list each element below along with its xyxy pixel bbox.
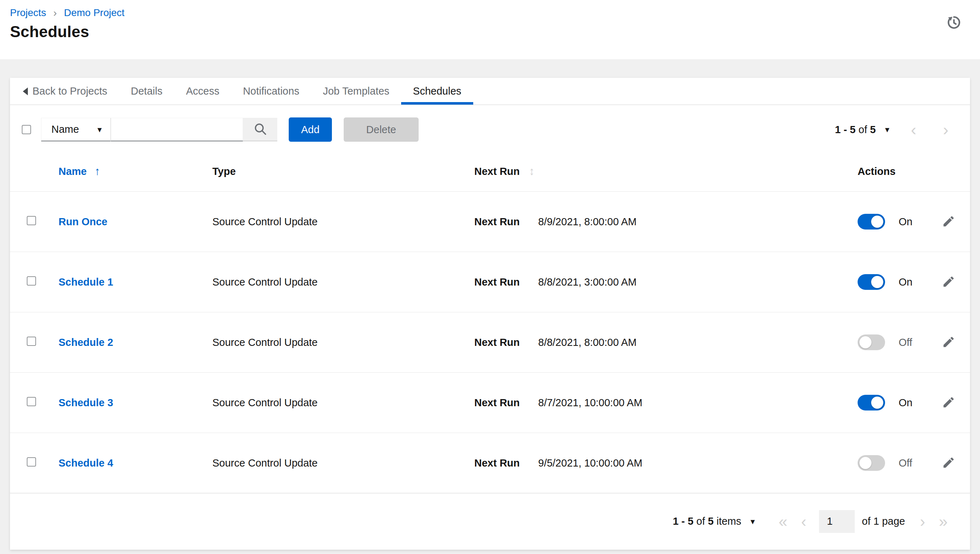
- column-header-actions: Actions: [858, 166, 970, 177]
- next-run-label: Next Run: [474, 457, 538, 469]
- edit-schedule-button[interactable]: [942, 335, 955, 350]
- search-button[interactable]: [243, 118, 277, 142]
- column-header-type: Type: [212, 166, 474, 177]
- row-checkbox[interactable]: [27, 457, 36, 466]
- row-checkbox[interactable]: [27, 276, 36, 286]
- toggle-knob: [871, 276, 883, 288]
- history-icon: [946, 26, 962, 32]
- column-header-name[interactable]: Name ↑: [59, 165, 212, 178]
- next-run-label: Next Run: [474, 216, 538, 228]
- pencil-icon: [942, 395, 955, 410]
- next-page-button[interactable]: ›: [912, 514, 933, 529]
- enabled-toggle[interactable]: [858, 274, 885, 290]
- delete-button[interactable]: Delete: [344, 118, 418, 142]
- last-page-button[interactable]: »: [933, 514, 954, 529]
- items-per-page-toggle[interactable]: 1 - 5 of 5 items ▾: [673, 516, 755, 527]
- toggle-state-label: Off: [899, 337, 927, 349]
- chevron-down-icon[interactable]: ▾: [885, 125, 889, 134]
- edit-schedule-button[interactable]: [942, 456, 955, 470]
- edit-schedule-button[interactable]: [942, 275, 955, 290]
- table-row: Schedule 2 Source Control Update Next Ru…: [10, 312, 970, 372]
- table-row: Schedule 3 Source Control Update Next Ru…: [10, 372, 970, 433]
- pagination-range-toggle[interactable]: 1 - 5 of 5: [835, 124, 875, 135]
- top-pagination: 1 - 5 of 5 ▾ ‹ ›: [835, 121, 954, 138]
- column-header-next-run[interactable]: Next Run ↕: [474, 165, 538, 178]
- enabled-toggle[interactable]: [858, 334, 885, 350]
- page-navigation: « ‹ of 1 page › »: [773, 510, 954, 533]
- enabled-toggle[interactable]: [858, 455, 885, 471]
- table-row: Schedule 1 Source Control Update Next Ru…: [10, 252, 970, 312]
- edit-schedule-button[interactable]: [942, 395, 955, 410]
- back-arrow-icon: [23, 88, 28, 95]
- tab-details[interactable]: Details: [119, 78, 175, 105]
- toggle-knob: [859, 457, 872, 469]
- breadcrumb-link-projects[interactable]: Projects: [10, 7, 46, 19]
- select-all-checkbox[interactable]: [22, 125, 31, 134]
- schedule-type: Source Control Update: [212, 457, 474, 469]
- breadcrumb: Projects › Demo Project: [10, 7, 980, 19]
- list-toolbar: Name ▾ Add Delete 1 - 5 of 5 ▾ ‹ ›: [10, 105, 970, 151]
- tab-notifications[interactable]: Notifications: [231, 78, 311, 105]
- search-input[interactable]: [111, 118, 243, 142]
- current-page-input[interactable]: [819, 510, 855, 533]
- toggle-knob: [859, 336, 872, 349]
- pencil-icon: [942, 215, 955, 229]
- add-button[interactable]: Add: [289, 118, 332, 142]
- row-checkbox[interactable]: [27, 337, 36, 346]
- next-run-value: 8/7/2021, 10:00:00 AM: [538, 397, 858, 409]
- pencil-icon: [942, 335, 955, 350]
- next-run-label: Next Run: [474, 276, 538, 288]
- schedule-name-link[interactable]: Schedule 3: [59, 397, 113, 408]
- breadcrumb-separator-icon: ›: [53, 8, 57, 18]
- schedule-type: Source Control Update: [212, 276, 474, 288]
- row-checkbox[interactable]: [27, 397, 36, 406]
- chevron-down-icon: ▾: [97, 125, 102, 134]
- bottom-pagination: 1 - 5 of 5 items ▾ « ‹ of 1 page › »: [10, 493, 970, 549]
- tab-back-to-projects[interactable]: Back to Projects: [11, 78, 119, 105]
- table-header-row: Name ↑ Type Next Run ↕ Actions: [10, 151, 970, 191]
- sort-icon: ↕: [529, 165, 535, 178]
- enabled-toggle[interactable]: [858, 395, 885, 411]
- schedule-name-link[interactable]: Schedule 2: [59, 337, 113, 348]
- toggle-state-label: On: [899, 216, 927, 228]
- first-page-button[interactable]: «: [773, 514, 793, 529]
- edit-schedule-button[interactable]: [942, 215, 955, 229]
- sort-ascending-icon: ↑: [95, 165, 100, 178]
- toggle-knob: [871, 396, 883, 409]
- table-row: Run Once Source Control Update Next Run …: [10, 191, 970, 252]
- next-page-button[interactable]: ›: [938, 121, 954, 138]
- tab-bar: Back to Projects Details Access Notifica…: [10, 78, 970, 105]
- breadcrumb-link-demo-project[interactable]: Demo Project: [64, 7, 124, 19]
- schedule-type: Source Control Update: [212, 397, 474, 409]
- row-checkbox[interactable]: [27, 216, 36, 225]
- history-button[interactable]: [946, 14, 962, 32]
- toggle-knob: [871, 216, 883, 228]
- tab-access[interactable]: Access: [174, 78, 231, 105]
- enabled-toggle[interactable]: [858, 214, 885, 229]
- next-run-value: 8/8/2021, 8:00:00 AM: [538, 337, 858, 349]
- toggle-state-label: Off: [899, 457, 927, 469]
- toggle-state-label: On: [899, 276, 927, 288]
- toggle-state-label: On: [899, 397, 927, 409]
- next-run-value: 9/5/2021, 10:00:00 AM: [538, 457, 858, 469]
- next-run-label: Next Run: [474, 397, 538, 409]
- next-run-value: 8/9/2021, 8:00:00 AM: [538, 216, 858, 228]
- search-icon: [253, 122, 267, 137]
- schedule-type: Source Control Update: [212, 337, 474, 349]
- schedule-type: Source Control Update: [212, 216, 474, 228]
- pencil-icon: [942, 456, 955, 470]
- chevron-down-icon: ▾: [751, 517, 755, 526]
- page-header: Projects › Demo Project Schedules: [0, 0, 980, 59]
- tab-schedules[interactable]: Schedules: [401, 78, 473, 105]
- filter-key-dropdown[interactable]: Name ▾: [41, 118, 111, 142]
- prev-page-button[interactable]: ‹: [793, 514, 814, 529]
- schedule-name-link[interactable]: Schedule 4: [59, 457, 113, 469]
- schedule-name-link[interactable]: Schedule 1: [59, 276, 113, 288]
- tab-job-templates[interactable]: Job Templates: [311, 78, 401, 105]
- prev-page-button[interactable]: ‹: [906, 121, 921, 138]
- table-row: Schedule 4 Source Control Update Next Ru…: [10, 433, 970, 493]
- next-run-label: Next Run: [474, 337, 538, 349]
- page-count-label: of 1 page: [862, 516, 905, 527]
- schedule-name-link[interactable]: Run Once: [59, 216, 107, 228]
- next-run-value: 8/8/2021, 3:00:00 AM: [538, 276, 858, 288]
